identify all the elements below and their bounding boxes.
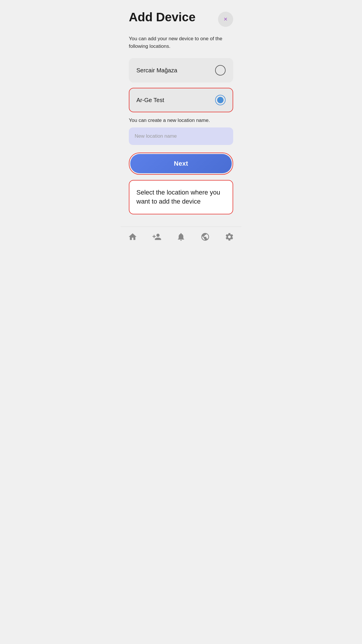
radio-arge[interactable] (215, 95, 226, 105)
next-button-wrapper: Next (129, 153, 233, 175)
location-label-arge: Ar-Ge Test (136, 97, 164, 104)
validation-text: Select the location where you want to ad… (136, 189, 220, 205)
add-person-icon (152, 232, 162, 242)
close-icon: × (224, 16, 228, 22)
globe-icon (200, 232, 210, 242)
next-button[interactable]: Next (130, 154, 232, 173)
new-location-input[interactable] (129, 127, 233, 145)
nav-notification[interactable] (176, 232, 186, 242)
validation-message: Select the location where you want to ad… (129, 180, 233, 214)
bottom-nav (121, 227, 241, 249)
description-text: You can add your new device to one of th… (129, 35, 233, 50)
radio-sercair[interactable] (215, 65, 226, 76)
location-option-arge[interactable]: Ar-Ge Test (129, 88, 233, 112)
location-label-sercair: Sercair Mağaza (136, 67, 177, 74)
page-title: Add Device (129, 10, 196, 24)
nav-home[interactable] (127, 232, 138, 242)
nav-add-person[interactable] (152, 232, 162, 242)
settings-icon (224, 232, 235, 242)
notification-icon (176, 232, 186, 242)
new-location-label: You can create a new location name. (129, 118, 233, 123)
nav-globe[interactable] (200, 232, 210, 242)
nav-settings[interactable] (224, 232, 235, 242)
close-button[interactable]: × (218, 12, 233, 27)
home-icon (127, 232, 138, 242)
location-option-sercair[interactable]: Sercair Mağaza (129, 58, 233, 83)
